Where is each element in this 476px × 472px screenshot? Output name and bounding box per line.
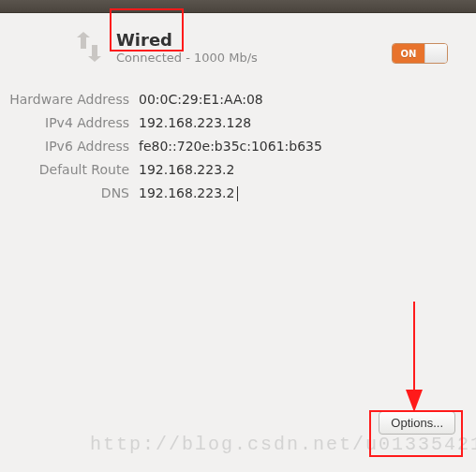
hw-address-label: Hardware Address (0, 92, 139, 107)
dns-value-text: 192.168.223.2 (139, 185, 234, 200)
connection-details: Hardware Address 00:0C:29:E1:AA:08 IPv4 … (0, 92, 461, 201)
connection-title: Wired (116, 30, 258, 50)
hw-address-row: Hardware Address 00:0C:29:E1:AA:08 (0, 92, 461, 107)
network-updown-icon (69, 32, 107, 66)
ipv4-address-value: 192.168.223.128 (139, 115, 251, 130)
content-area: Wired Connected - 1000 Mb/s ON Hardware … (0, 13, 476, 201)
window-titlebar (0, 0, 476, 13)
toggle-on-label: ON (393, 44, 424, 63)
connection-toggle[interactable]: ON (392, 43, 448, 64)
ipv4-address-label: IPv4 Address (0, 115, 139, 130)
hw-address-value: 00:0C:29:E1:AA:08 (139, 92, 263, 107)
watermark-text: http://blog.csdn.net/u013354211 (90, 434, 476, 455)
default-route-label: Default Route (0, 162, 139, 177)
svg-marker-1 (406, 390, 423, 412)
options-button[interactable]: Options... (379, 411, 455, 435)
toggle-knob (424, 44, 447, 63)
dns-value: 192.168.223.2 (139, 185, 238, 201)
ipv4-address-row: IPv4 Address 192.168.223.128 (0, 115, 461, 130)
ipv6-address-row: IPv6 Address fe80::720e:b35c:1061:b635 (0, 139, 461, 154)
text-cursor (237, 186, 238, 201)
default-route-row: Default Route 192.168.223.2 (0, 162, 461, 177)
ipv6-address-value: fe80::720e:b35c:1061:b635 (139, 139, 322, 154)
dns-row: DNS 192.168.223.2 (0, 185, 461, 201)
connection-header: Wired Connected - 1000 Mb/s ON (0, 26, 461, 71)
default-route-value: 192.168.223.2 (139, 162, 234, 177)
dns-label: DNS (0, 185, 139, 200)
annotation-arrow-icon (400, 302, 428, 412)
ipv6-address-label: IPv6 Address (0, 139, 139, 154)
connection-status: Connected - 1000 Mb/s (116, 51, 258, 65)
